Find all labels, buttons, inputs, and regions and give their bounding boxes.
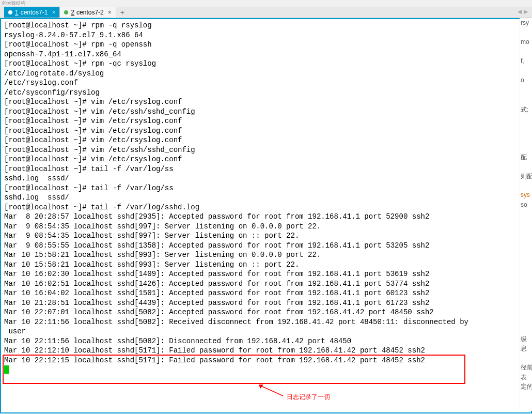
terminal-line: Mar 9 08:54:35 localhost sshd[997]: Serv… bbox=[4, 222, 528, 232]
terminal-line: Mar 10 22:11:56 localhost sshd[5082]: Di… bbox=[4, 336, 528, 346]
side-text-fragment: so bbox=[520, 200, 532, 210]
tab-label: centos7-1 bbox=[21, 9, 48, 16]
terminal-line: Mar 10 15:58:21 localhost sshd[993]: Ser… bbox=[4, 250, 528, 260]
terminal-line: [root@localhost ~]# tail -f /var/log/ss bbox=[4, 183, 528, 193]
terminal-line: Mar 8 20:28:57 localhost sshd[2935]: Acc… bbox=[4, 212, 528, 222]
side-text-fragment bbox=[520, 143, 532, 152]
side-text-fragment bbox=[520, 85, 532, 95]
add-tab-button[interactable]: + bbox=[116, 8, 129, 17]
terminal-line: /etc/logrotate.d/syslog bbox=[4, 69, 528, 79]
nav-left-icon[interactable]: ◀ bbox=[518, 8, 522, 15]
tab-number: 1 bbox=[15, 9, 19, 16]
side-text-fragment bbox=[520, 277, 532, 286]
terminal-line: /etc/sysconfig/rsyslog bbox=[4, 88, 528, 98]
side-text-fragment: mo bbox=[520, 37, 532, 47]
terminal-line: [root@localhost ~]# vim /etc/ssh/sshd_co… bbox=[4, 107, 528, 117]
side-text-fragment: 级 bbox=[520, 334, 532, 344]
terminal-line: Mar 10 22:07:01 localhost sshd[5082]: Ac… bbox=[4, 308, 528, 317]
title-bar: 的大致结构 bbox=[0, 0, 532, 7]
terminal-line: sshd.log sssd/ bbox=[4, 174, 528, 183]
svg-line-0 bbox=[260, 386, 283, 396]
side-text-fragment: 息 bbox=[520, 343, 532, 353]
tab-nav-arrows: ◀ ▶ bbox=[518, 8, 528, 15]
tab-label: centos7-2 bbox=[76, 9, 104, 16]
side-text-fragment bbox=[520, 219, 532, 229]
terminal-line: [root@localhost ~]# vim /etc/rsyslog.con… bbox=[4, 155, 528, 164]
side-text-fragment bbox=[520, 28, 532, 38]
terminal-line: Mar 9 08:54:35 localhost sshd[997]: Serv… bbox=[4, 231, 528, 241]
terminal-cursor bbox=[4, 365, 9, 374]
side-text-fragment bbox=[520, 66, 532, 76]
side-text-fragment bbox=[520, 95, 532, 104]
terminal-line: Mar 10 16:02:51 localhost sshd[1426]: Ac… bbox=[4, 279, 528, 289]
side-text-fragment: rsy bbox=[520, 18, 532, 28]
terminal-line: Mar 10 22:12:10 localhost sshd[5171]: Fa… bbox=[4, 346, 528, 356]
side-text-fragment: 式: bbox=[520, 104, 532, 114]
side-text-fragment bbox=[520, 315, 532, 325]
side-text-fragment bbox=[520, 248, 532, 257]
side-text-fragment bbox=[520, 181, 532, 191]
close-icon[interactable]: × bbox=[52, 9, 55, 16]
side-text-fragment: 定的 bbox=[520, 381, 532, 391]
terminal[interactable]: [root@localhost ~]# rpm -q rsyslogrsyslo… bbox=[0, 18, 532, 413]
side-text-fragment: f, bbox=[520, 56, 532, 66]
close-icon[interactable]: × bbox=[108, 9, 112, 16]
terminal-line: Mar 10 16:02:30 localhost sshd[1409]: Ac… bbox=[4, 269, 528, 279]
annotation-arrow-icon bbox=[258, 385, 284, 397]
tab-centos7-2[interactable]: 2 centos7-2 × bbox=[60, 7, 116, 18]
side-text-fragment: 表 bbox=[520, 372, 532, 382]
tab-number: 2 bbox=[71, 9, 74, 16]
side-text-fragment bbox=[520, 228, 532, 238]
terminal-line: [root@localhost ~]# vim /etc/rsyslog.con… bbox=[4, 116, 528, 126]
terminal-line: Mar 10 21:28:51 localhost sshd[4439]: Ac… bbox=[4, 298, 528, 308]
side-text-fragment bbox=[520, 305, 532, 315]
terminal-line: [root@localhost ~]# vim /etc/rsyslog.con… bbox=[4, 135, 528, 145]
terminal-line: [root@localhost ~]# tail -f /var/log/ss bbox=[4, 164, 528, 174]
terminal-line: user bbox=[4, 327, 528, 336]
tab-status-dot bbox=[8, 10, 12, 14]
terminal-line: Mar 10 15:58:21 localhost sshd[993]: Ser… bbox=[4, 260, 528, 270]
terminal-line: [root@localhost ~]# vim /etc/rsyslog.con… bbox=[4, 97, 528, 107]
side-text-fragment bbox=[520, 47, 532, 57]
terminal-line: [root@localhost ~]# rpm -qc rsyslog bbox=[4, 59, 528, 69]
nav-right-icon[interactable]: ▶ bbox=[524, 8, 528, 15]
side-text-fragment bbox=[520, 257, 532, 267]
tab-centos7-1[interactable]: 1 centos7-1 × bbox=[4, 7, 60, 18]
terminal-line: Mar 10 22:11:56 localhost sshd[5082]: Re… bbox=[4, 317, 528, 327]
side-text-fragment bbox=[520, 296, 532, 305]
side-text-fragment bbox=[520, 238, 532, 248]
annotation-text: 日志记录了一切 bbox=[287, 392, 330, 402]
svg-marker-1 bbox=[259, 385, 263, 389]
terminal-line: Mar 9 08:55:55 localhost sshd[1358]: Acc… bbox=[4, 241, 528, 251]
terminal-line: [root@localhost ~]# rpm -q openssh bbox=[4, 40, 528, 50]
side-text-fragment: sys bbox=[520, 190, 532, 200]
tab-bar: 1 centos7-1 × 2 centos7-2 × + ◀ ▶ bbox=[0, 7, 532, 18]
side-text-fragment: 径前 bbox=[520, 362, 532, 372]
terminal-line: [root@localhost ~]# vim /etc/ssh/sshd_co… bbox=[4, 145, 528, 155]
side-panel-fragment: rsy mo f, o 式: 配 则配 sysso 级息 径前 表定的 bbox=[520, 18, 532, 411]
side-text-fragment bbox=[520, 124, 532, 133]
terminal-line: Mar 10 16:04:02 localhost sshd[1501]: Ac… bbox=[4, 288, 528, 298]
terminal-line: sshd.log sssd/ bbox=[4, 193, 528, 203]
side-text-fragment: o bbox=[520, 75, 532, 85]
side-text-fragment: 则配 bbox=[520, 171, 532, 181]
terminal-line: [root@localhost ~]# tail -f /var/log/ssh… bbox=[4, 203, 528, 212]
side-text-fragment bbox=[520, 267, 532, 277]
side-text-fragment bbox=[520, 114, 532, 124]
side-text-fragment bbox=[520, 286, 532, 296]
terminal-line: [root@localhost ~]# vim /etc/rsyslog.con… bbox=[4, 126, 528, 136]
side-text-fragment bbox=[520, 133, 532, 143]
terminal-line: rsyslog-8.24.0-57.el7_9.1.x86_64 bbox=[4, 30, 528, 40]
side-text-fragment bbox=[520, 324, 532, 334]
side-text-fragment bbox=[520, 162, 532, 172]
side-text-fragment bbox=[520, 209, 532, 219]
terminal-line: openssh-7.4p1-11.el7.x86_64 bbox=[4, 50, 528, 59]
terminal-line: Mar 10 22:12:15 localhost sshd[5171]: Fa… bbox=[4, 356, 528, 365]
tab-status-dot bbox=[64, 10, 68, 14]
terminal-line: /etc/rsyslog.conf bbox=[4, 78, 528, 88]
side-text-fragment: 配 bbox=[520, 152, 532, 162]
side-text-fragment bbox=[520, 353, 532, 363]
terminal-line: [root@localhost ~]# rpm -q rsyslog bbox=[4, 21, 528, 30]
